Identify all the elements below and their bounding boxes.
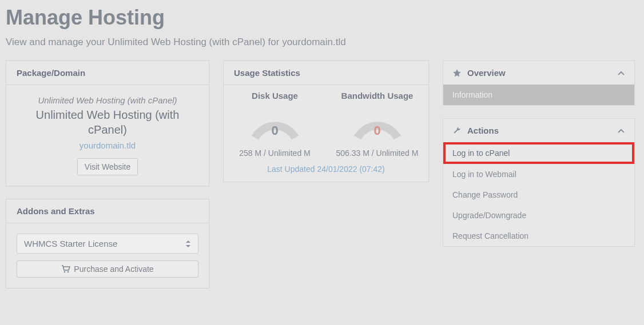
- bandwidth-usage-stat: Bandwidth Usage 0 506.33 M / Unlimited M: [326, 91, 428, 158]
- bandwidth-usage-label: Bandwidth Usage: [326, 91, 428, 101]
- star-icon: [452, 69, 462, 78]
- last-updated-link[interactable]: Last Updated 24/01/2022 (07:42): [224, 161, 428, 182]
- page-title: Manage Hosting: [6, 6, 638, 30]
- package-card: Package/Domain Unlimited Web Hosting (wi…: [6, 61, 209, 186]
- action-login-webmail[interactable]: Log in to Webmail: [443, 164, 634, 184]
- action-upgrade-downgrade[interactable]: Upgrade/Downgrade: [443, 205, 634, 226]
- overview-section: Overview Information: [443, 61, 635, 106]
- disk-usage-footer: 258 M / Unlimited M: [224, 149, 326, 158]
- disk-usage-value: 0: [247, 123, 304, 138]
- overview-header[interactable]: Overview: [443, 61, 634, 85]
- usage-card-header: Usage Statistics: [224, 61, 428, 85]
- actions-header-label: Actions: [467, 126, 499, 135]
- disk-usage-stat: Disk Usage 0 258 M / Unlimited M: [224, 91, 326, 158]
- package-card-header: Package/Domain: [6, 61, 209, 85]
- svg-point-1: [67, 271, 69, 273]
- overview-header-label: Overview: [467, 68, 506, 78]
- addons-card: Addons and Extras WHMCS Starter License …: [6, 199, 209, 288]
- cart-icon: [61, 265, 70, 273]
- purchase-activate-button[interactable]: Purchase and Activate: [17, 260, 198, 278]
- action-login-cpanel[interactable]: Log in to cPanel: [443, 142, 634, 164]
- svg-point-0: [64, 271, 66, 273]
- bandwidth-usage-gauge: 0: [349, 106, 406, 141]
- disk-usage-gauge: 0: [247, 106, 304, 141]
- select-caret-icon: [185, 240, 191, 247]
- disk-usage-label: Disk Usage: [224, 91, 326, 101]
- wrench-icon: [452, 126, 462, 135]
- addons-card-header: Addons and Extras: [6, 199, 209, 223]
- package-title: Unlimited Web Hosting (with cPanel): [17, 107, 198, 137]
- package-subline: Unlimited Web Hosting (with cPanel): [17, 95, 198, 105]
- page-subtitle: View and manage your Unlimited Web Hosti…: [6, 37, 638, 48]
- purchase-activate-label: Purchase and Activate: [74, 264, 153, 274]
- actions-header[interactable]: Actions: [443, 119, 634, 142]
- bandwidth-usage-value: 0: [349, 123, 406, 138]
- usage-card: Usage Statistics Disk Usage 0 258 M / Un…: [223, 61, 429, 182]
- action-change-password[interactable]: Change Password: [443, 184, 634, 205]
- package-domain-link[interactable]: yourdomain.tld: [17, 141, 198, 150]
- visit-website-button[interactable]: Visit Website: [77, 158, 138, 175]
- addons-select[interactable]: WHMCS Starter License: [17, 234, 198, 254]
- bandwidth-usage-footer: 506.33 M / Unlimited M: [326, 149, 428, 158]
- actions-section: Actions Log in to cPanel Log in to Webma…: [443, 118, 635, 247]
- chevron-up-icon: [617, 128, 625, 134]
- addons-select-value: WHMCS Starter License: [24, 239, 117, 248]
- chevron-up-icon: [617, 70, 625, 76]
- overview-information-item[interactable]: Information: [443, 85, 634, 105]
- action-request-cancellation[interactable]: Request Cancellation: [443, 226, 634, 246]
